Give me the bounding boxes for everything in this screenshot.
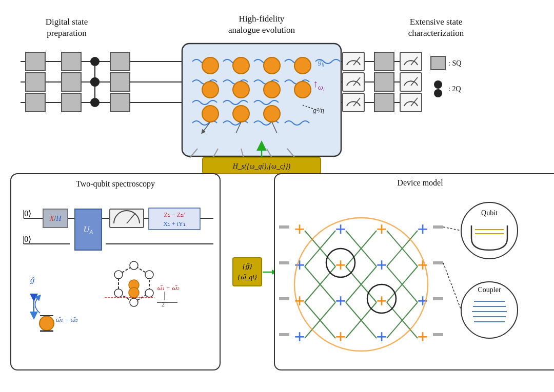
label-analogue: High-fidelity	[239, 14, 285, 24]
sq-gate-tr1	[110, 52, 130, 71]
twoq-gate-t1	[90, 57, 100, 66]
meas-r1	[343, 52, 364, 71]
svg-line-13	[213, 149, 218, 158]
label-analogue2: analogue evolution	[228, 25, 295, 35]
svg-line-11	[303, 105, 317, 110]
connector-box: {g̃} {ω̃_qi}	[232, 257, 262, 287]
main-container: Digital state preparation High-fidelity …	[0, 0, 554, 392]
device-box: Device model + + + + + + + + + + + +	[274, 173, 554, 370]
svg-line-10	[272, 122, 277, 133]
sq-gate-ml1	[26, 73, 45, 91]
sq-gate-rr3	[374, 93, 394, 112]
top-section: Digital state preparation High-fidelity …	[10, 10, 544, 169]
divide-2: 2	[162, 301, 165, 308]
device-svg: + + + + + + + + + + + + + + + +	[279, 190, 554, 364]
plus-o-22: +	[335, 254, 346, 276]
device-title: Device model	[279, 178, 554, 188]
g-tilde-connector: {g̃}	[243, 262, 252, 270]
qubit-2	[233, 57, 249, 74]
sq-gate-bl1	[26, 93, 45, 112]
plus-b-32: +	[335, 290, 346, 312]
twoq-gate-t2	[90, 77, 100, 87]
sq-gate-mr1	[110, 73, 130, 91]
svg-line-9	[236, 122, 241, 133]
label-state: Extensive state	[410, 17, 462, 27]
qubit-1	[202, 57, 219, 74]
analogue-box	[182, 44, 341, 156]
svg-point-32	[114, 271, 123, 279]
svg-point-39	[129, 287, 139, 298]
plus-b-23: +	[376, 254, 387, 276]
xh-label: X/H	[49, 215, 62, 222]
svg-line-12	[190, 149, 197, 158]
label-digital2: preparation	[47, 28, 87, 38]
svg-point-33	[130, 261, 138, 270]
plus-o-42: +	[335, 326, 346, 347]
sq-gate-br1	[110, 93, 130, 112]
qubit-9	[202, 106, 219, 122]
meas2-r1	[400, 52, 422, 71]
svg-point-35	[145, 289, 153, 297]
top-svg: Digital state preparation High-fidelity …	[10, 10, 544, 174]
svg-line-23	[411, 98, 418, 106]
label-digital: Digital state	[46, 17, 88, 27]
meas2-r2	[400, 73, 422, 91]
svg-line-14	[241, 149, 244, 158]
qubit-11	[264, 106, 280, 122]
qubit-7	[264, 81, 280, 98]
gtilde-label: g̃	[30, 276, 35, 284]
legend-sq	[431, 56, 445, 70]
svg-point-36	[130, 298, 138, 306]
gij-label: gij	[318, 58, 325, 67]
svg-line-78	[443, 227, 461, 231]
z1z2-top: Z₁ − Z₂/	[164, 211, 185, 218]
bottom-section: Two-qubit spectroscopy |0⟩ |0⟩ X/H UA	[10, 173, 544, 370]
legend-sq-text: : SQ	[448, 59, 461, 67]
g2eta-label: g²/η	[313, 107, 324, 114]
svg-line-8	[203, 122, 210, 132]
twoq-gate-m2	[90, 98, 100, 107]
omega12-label: ω̃₁ − ω̃₂	[55, 316, 78, 323]
svg-line-20	[353, 98, 360, 106]
plus-o-11: +	[294, 218, 305, 240]
svg-point-37	[114, 289, 123, 297]
qubit-3	[264, 57, 280, 74]
qubit-left	[39, 316, 54, 331]
qubit-6	[233, 81, 249, 98]
svg-line-18	[353, 57, 360, 65]
plus-b-14: +	[417, 218, 428, 240]
legend-2q-bot	[434, 89, 442, 97]
twoq-gate-m1	[90, 77, 100, 87]
svg-line-22	[411, 77, 418, 86]
ket0-top: |0⟩	[23, 209, 31, 218]
qubit-5	[202, 81, 219, 98]
svg-line-16	[287, 149, 295, 158]
z1z2-bot: X₁ + iY₁	[163, 220, 185, 228]
qubit-4	[294, 57, 311, 74]
omega-qi-connector: {ω̃_qi}	[238, 273, 257, 281]
plus-o-44: +	[417, 326, 428, 347]
plus-b-43: +	[376, 326, 387, 347]
coupler-label: Coupler	[478, 286, 501, 294]
qubit-8	[294, 81, 311, 98]
sq-gate-tl1	[26, 52, 45, 71]
meas-r2	[343, 73, 364, 91]
sq-gate-rr2	[374, 73, 394, 91]
omega-label: ωi	[318, 84, 325, 92]
svg-line-19	[353, 77, 360, 86]
connector-area: {g̃} {ω̃_qi}	[227, 173, 268, 370]
hamiltonian-text: H_s({ω_qi},{ω_cj})	[232, 162, 291, 171]
meas-r3	[343, 93, 364, 112]
svg-line-79	[443, 263, 461, 310]
spectroscopy-title: Two-qubit spectroscopy	[18, 179, 212, 189]
svg-line-21	[411, 57, 418, 65]
plus-b-41: +	[294, 326, 305, 347]
svg-line-15	[267, 149, 272, 158]
sq-gate-rr1	[374, 52, 394, 71]
meas2-r3	[400, 93, 422, 112]
plus-o-33: +	[376, 290, 387, 312]
legend-2q-text: : 2Q	[448, 85, 461, 93]
sq-gate-bl2	[62, 93, 81, 112]
omega-avg: ω̃₁ + ω̃₂	[157, 284, 180, 292]
spectroscopy-box: Two-qubit spectroscopy |0⟩ |0⟩ X/H UA	[10, 173, 221, 370]
